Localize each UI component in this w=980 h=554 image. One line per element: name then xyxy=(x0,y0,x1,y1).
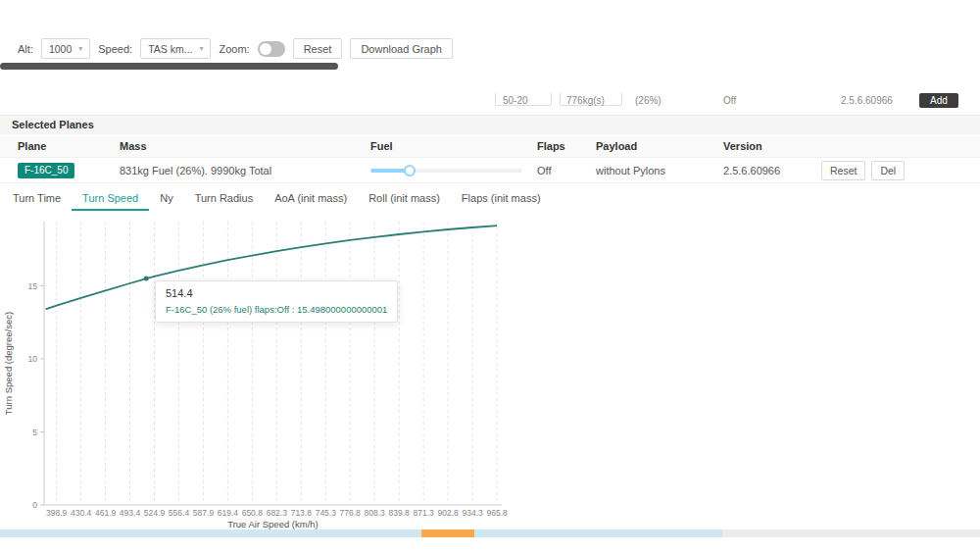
column-header-mass: Mass xyxy=(120,140,370,152)
tab-ny[interactable]: Ny xyxy=(149,186,183,211)
table-header-row: Plane Mass Fuel Flaps Payload Version xyxy=(0,134,980,158)
mass-value: 831kg Fuel (26%). 9990kg Total xyxy=(120,165,370,176)
alt-select[interactable]: 1000 ▾ xyxy=(41,38,90,59)
svg-text:713.8: 713.8 xyxy=(291,508,313,518)
chart-tooltip: 514.4 F-16C_50 (26% fuel) flaps:Off : 15… xyxy=(155,280,398,323)
version-value: 2.5.6.60966 xyxy=(723,165,821,176)
reset-button[interactable]: Reset xyxy=(293,38,343,59)
fuel-slider-handle[interactable] xyxy=(404,165,416,176)
clipped-form-row: 50-20 776kg(s) (26%) Off 2.5.6.60966 Add xyxy=(0,93,980,110)
svg-text:871.3: 871.3 xyxy=(414,508,435,518)
scrollbar-highlight xyxy=(421,529,474,537)
svg-text:682.3: 682.3 xyxy=(267,508,288,518)
tab-aoa[interactable]: AoA (init mass) xyxy=(264,186,358,211)
add-button[interactable]: Add xyxy=(919,93,958,108)
download-graph-button[interactable]: Download Graph xyxy=(350,38,453,59)
svg-text:587.9: 587.9 xyxy=(193,508,215,518)
svg-text:493.4: 493.4 xyxy=(120,508,141,518)
svg-text:15: 15 xyxy=(28,281,38,291)
svg-text:619.4: 619.4 xyxy=(218,508,239,518)
svg-text:902.8: 902.8 xyxy=(437,508,459,518)
turn-speed-chart[interactable]: 051015398.9430.4461.9493.4524.9556.4587.… xyxy=(0,216,549,531)
alt-select-value: 1000 xyxy=(49,43,72,55)
row-reset-button[interactable]: Reset xyxy=(821,161,865,180)
svg-text:10: 10 xyxy=(28,354,38,364)
tab-turn-time[interactable]: Turn Time xyxy=(2,186,72,211)
speed-select-value: TAS km... xyxy=(148,43,192,55)
tab-roll[interactable]: Roll (init mass) xyxy=(358,186,451,211)
svg-text:839.8: 839.8 xyxy=(389,508,411,518)
section-title: Selected Planes xyxy=(12,119,94,130)
clipped-text: (26%) xyxy=(635,95,662,106)
chevron-down-icon: ▾ xyxy=(199,44,203,53)
speed-select[interactable]: TAS km... ▾ xyxy=(140,38,211,59)
horizontal-scrollbar-thumb[interactable] xyxy=(0,63,338,70)
svg-text:True Air Speed (km/h): True Air Speed (km/h) xyxy=(227,519,318,529)
scrollbar-range xyxy=(0,529,722,537)
svg-text:650.8: 650.8 xyxy=(242,508,264,518)
svg-text:Turn Speed (degree/sec): Turn Speed (degree/sec) xyxy=(3,312,14,415)
speed-label: Speed: xyxy=(98,43,132,55)
column-header-flaps: Flaps xyxy=(537,140,596,152)
clipped-text: 2.5.6.60966 xyxy=(841,95,893,106)
column-header-payload: Payload xyxy=(596,140,723,152)
top-toolbar: Alt: 1000 ▾ Speed: TAS km... ▾ Zoom: Res… xyxy=(18,38,453,59)
svg-text:430.4: 430.4 xyxy=(71,508,92,518)
tab-turn-radius[interactable]: Turn Radius xyxy=(184,186,265,211)
alt-label: Alt: xyxy=(18,43,33,55)
bottom-scrollbar[interactable] xyxy=(0,529,980,537)
plane-badge: F-16C_50 xyxy=(18,163,74,178)
chart-area: 051015398.9430.4461.9493.4524.9556.4587.… xyxy=(0,216,549,531)
svg-text:398.9: 398.9 xyxy=(46,508,68,518)
svg-text:808.3: 808.3 xyxy=(365,508,386,518)
payload-value: without Pylons xyxy=(596,165,723,176)
clipped-text: Off xyxy=(723,95,736,106)
chevron-down-icon: ▾ xyxy=(78,44,82,53)
svg-text:0: 0 xyxy=(32,500,37,510)
column-header-fuel: Fuel xyxy=(370,140,537,152)
chart-tabs: Turn Time Turn Speed Ny Turn Radius AoA … xyxy=(2,186,552,211)
row-del-button[interactable]: Del xyxy=(871,161,905,180)
clipped-text: 776kg(s) xyxy=(566,95,605,106)
table-row: F-16C_50 831kg Fuel (26%). 9990kg Total … xyxy=(0,158,980,183)
svg-text:776.8: 776.8 xyxy=(340,508,362,518)
svg-text:745.3: 745.3 xyxy=(316,508,337,518)
zoom-toggle[interactable] xyxy=(258,41,285,57)
flaps-value: Off xyxy=(537,165,596,176)
svg-text:934.3: 934.3 xyxy=(462,508,483,518)
tab-flaps[interactable]: Flaps (init mass) xyxy=(451,186,552,211)
svg-text:965.8: 965.8 xyxy=(486,508,508,518)
svg-text:461.9: 461.9 xyxy=(95,508,117,518)
svg-text:556.4: 556.4 xyxy=(169,508,190,518)
selected-planes-header: Selected Planes xyxy=(0,115,980,135)
zoom-label: Zoom: xyxy=(219,43,249,55)
column-header-plane: Plane xyxy=(18,140,120,152)
page: Alt: 1000 ▾ Speed: TAS km... ▾ Zoom: Res… xyxy=(0,0,980,554)
svg-text:524.9: 524.9 xyxy=(144,508,166,518)
tooltip-series-value: F-16C_50 (26% fuel) flaps:Off : 15.49800… xyxy=(166,304,387,315)
tab-turn-speed[interactable]: Turn Speed xyxy=(72,186,149,211)
clipped-text: 50-20 xyxy=(503,95,528,106)
fuel-slider[interactable] xyxy=(370,165,522,176)
tooltip-x-value: 514.4 xyxy=(166,287,387,299)
chart-host: 051015398.9430.4461.9493.4524.9556.4587.… xyxy=(0,216,549,531)
column-header-version: Version xyxy=(723,140,821,152)
svg-text:5: 5 xyxy=(32,428,37,437)
